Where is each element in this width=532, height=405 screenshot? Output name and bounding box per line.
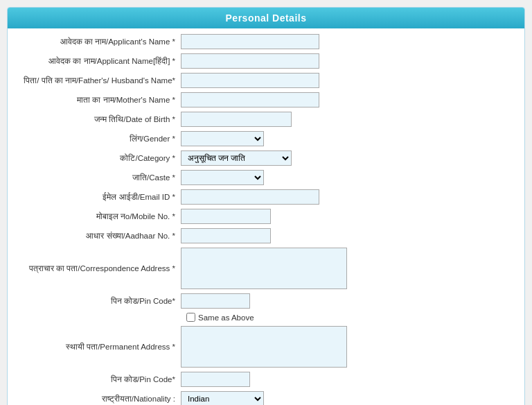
pincode2-label: पिन कोड/Pin Code* [15,374,181,385]
mobile-input[interactable] [181,209,271,224]
correspondence-address-label: पत्राचार का पता/Correspondence Address * [15,263,181,274]
caste-row: जाति/Caste * Caste 1 Caste 2 [15,170,517,185]
permanent-address-textarea[interactable] [181,326,347,368]
gender-label: लिंग/Gender * [15,133,181,144]
applicant-name-row: आवेदक का नाम/Applicant's Name * [15,34,517,49]
personal-details-form: Personal Details आवेदक का नाम/Applicant'… [7,7,525,405]
email-input[interactable] [181,189,319,205]
permanent-address-label: स्थायी पता/Permanent Address * [15,341,181,352]
applicant-name-input[interactable] [181,34,319,49]
form-body: आवेदक का नाम/Applicant's Name * आवेदक का… [8,28,524,405]
applicant-name-hindi-label: आवेदक का नाम/Applicant Name[हिंदी] * [15,55,181,67]
applicant-name-hindi-row: आवेदक का नाम/Applicant Name[हिंदी] * [15,53,517,69]
dob-label: जन्म तिथि/Date of Birth * [15,114,181,125]
mobile-row: मोबाइल नo/Mobile No. * [15,209,517,224]
aadhaar-input[interactable] [181,228,271,243]
form-title: Personal Details [226,12,307,24]
nationality-label: राष्ट्रीयता/Nationality : [15,393,181,404]
correspondence-address-textarea[interactable] [181,248,347,289]
dob-input[interactable] [181,112,292,127]
same-as-above-row: Same as Above [186,313,517,322]
nationality-row: राष्ट्रीयता/Nationality : Indian Other [15,391,517,405]
email-label: ईमेल आईडी/Email ID * [15,191,181,203]
mother-name-label: माता का नाम/Mother's Name * [15,94,181,105]
pincode2-row: पिन कोड/Pin Code* [15,372,517,387]
gender-select[interactable]: Male Female Other [181,131,264,146]
caste-label: जाति/Caste * [15,172,181,183]
aadhaar-label: आधार संख्या/Aadhaar No. * [15,230,181,241]
category-label: कोटि/Category * [15,153,181,164]
dob-row: जन्म तिथि/Date of Birth * [15,112,517,127]
mobile-label: मोबाइल नo/Mobile No. * [15,211,181,222]
same-as-above-label: Same as Above [198,313,254,322]
gender-row: लिंग/Gender * Male Female Other [15,131,517,146]
permanent-address-row: स्थायी पता/Permanent Address * [15,326,517,368]
category-row: कोटि/Category * अनुसूचित जन जाति General… [15,150,517,166]
father-name-row: पिता/ पति का नाम/Father's/ Husband's Nam… [15,73,517,88]
pincode1-label: पिन कोड/Pin Code* [15,295,181,307]
category-select[interactable]: अनुसूचित जन जाति General OBC SC ST [181,150,292,166]
applicant-name-hindi-input[interactable] [181,53,319,69]
aadhaar-row: आधार संख्या/Aadhaar No. * [15,228,517,243]
pincode2-input[interactable] [181,372,250,387]
nationality-select[interactable]: Indian Other [181,391,264,405]
father-name-input[interactable] [181,73,319,88]
form-header: Personal Details [8,8,524,28]
applicant-name-label: आवेदक का नाम/Applicant's Name * [15,36,181,47]
pincode1-row: पिन कोड/Pin Code* [15,293,517,309]
pincode1-input[interactable] [181,293,250,309]
father-name-label: पिता/ पति का नाम/Father's/ Husband's Nam… [15,75,181,86]
same-as-above-checkbox[interactable] [186,313,195,322]
mother-name-input[interactable] [181,92,319,107]
mother-name-row: माता का नाम/Mother's Name * [15,92,517,107]
caste-select[interactable]: Caste 1 Caste 2 [181,170,264,185]
email-row: ईमेल आईडी/Email ID * [15,189,517,205]
correspondence-address-row: पत्राचार का पता/Correspondence Address * [15,248,517,289]
